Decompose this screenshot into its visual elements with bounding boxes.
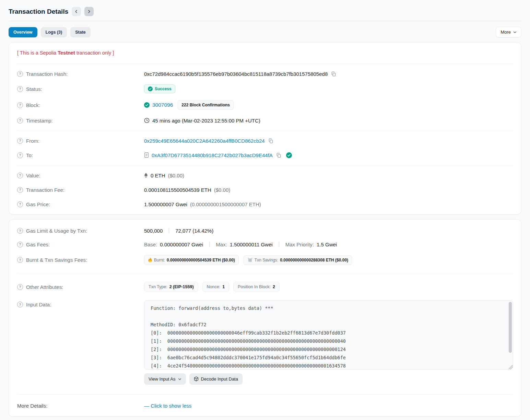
chevron-left-icon xyxy=(74,10,78,13)
divider xyxy=(17,165,513,165)
help-icon[interactable] xyxy=(17,302,23,307)
help-icon[interactable] xyxy=(17,187,23,193)
txn-savings-badge: Txn Savings: 0.000000000000288308 ETH ($… xyxy=(244,255,352,265)
gas-price-amount: 1.500000007 Gwei xyxy=(144,201,187,207)
next-transaction-button[interactable] xyxy=(84,7,94,16)
row-other-attributes: Other Attributes: Txn Type: 2 (EIP-1559)… xyxy=(17,278,513,295)
overview-card: [ This is a Sepolia Testnet transaction … xyxy=(9,42,521,214)
tab-logs[interactable]: Logs (3) xyxy=(41,27,67,37)
more-dropdown-button[interactable]: More xyxy=(496,27,521,37)
row-value: Value: 0 ETH ($0.00) xyxy=(17,168,513,183)
warning-prefix: [ This is a Sepolia xyxy=(17,50,58,56)
help-icon[interactable] xyxy=(17,118,23,124)
input-data-label: Input Data: xyxy=(26,302,51,307)
txn-savings-value: 0.000000000000288308 ETH ($0.00) xyxy=(280,258,348,262)
row-input-data: Input Data: Function: forward(address to… xyxy=(17,295,513,388)
base-fee-label: Base: xyxy=(144,242,157,247)
scrollbar-thumb[interactable] xyxy=(509,302,512,353)
show-less-link[interactable]: — Click to show less xyxy=(144,403,191,409)
input-data-actions: View Input As Decode Input Data xyxy=(144,373,513,385)
gas-fees-label: Gas Fees: xyxy=(26,242,50,247)
help-icon[interactable] xyxy=(17,152,23,158)
max-fee-label: Max: xyxy=(216,242,227,247)
position-in-block-label: Position In Block: xyxy=(238,284,271,289)
transaction-fee-usd: ($0.00) xyxy=(214,187,231,193)
txn-type-chip: Txn Type: 2 (EIP-1559) xyxy=(144,282,198,292)
max-priority-label: Max Priority: xyxy=(285,242,314,247)
row-from: From: 0x259c49E65644a020C2A642260a4ffB0C… xyxy=(17,133,513,148)
help-icon[interactable] xyxy=(17,138,23,144)
help-icon[interactable] xyxy=(17,201,23,207)
row-block: Block: 3007096 222 Block Confirmations xyxy=(17,97,513,113)
from-address-link[interactable]: 0x259c49E65644a020C2A642260a4ffB0CD862cb… xyxy=(144,138,265,144)
tab-list: Overview Logs (3) State xyxy=(9,27,496,37)
copy-from-address-button[interactable] xyxy=(268,138,274,143)
tab-state[interactable]: State xyxy=(70,27,91,37)
divider xyxy=(17,394,513,395)
status-label: Status: xyxy=(26,86,42,92)
view-input-as-button[interactable]: View Input As xyxy=(144,373,186,385)
input-data-container: Function: forward(address to,bytes data)… xyxy=(144,300,513,370)
copy-to-address-button[interactable] xyxy=(275,153,282,158)
transaction-hash-label: Transaction Hash: xyxy=(26,71,68,77)
to-address-link[interactable]: 0xA3f07D6773514480b918C2742b027b3acD9E44… xyxy=(152,152,273,158)
to-label: To: xyxy=(26,152,33,158)
resize-handle[interactable] xyxy=(509,365,513,369)
help-icon[interactable] xyxy=(17,242,23,247)
row-gas-limit: Gas Limit & Usage by Txn: 500,000 72,077… xyxy=(17,222,513,237)
burnt-label: Burnt: xyxy=(154,258,165,262)
help-icon[interactable] xyxy=(17,102,23,108)
value-label: Value: xyxy=(26,173,40,178)
help-icon[interactable] xyxy=(17,86,23,92)
copy-icon xyxy=(331,71,336,77)
chevron-down-icon xyxy=(513,31,517,34)
testnet-warning: [ This is a Sepolia Testnet transaction … xyxy=(17,45,513,61)
input-data-textarea[interactable]: Function: forward(address to,bytes data)… xyxy=(144,300,513,370)
gas-price-eth: (0.000000001500000007 ETH) xyxy=(190,201,261,207)
cube-icon xyxy=(194,376,199,382)
help-icon[interactable] xyxy=(17,284,23,290)
warning-emphasis: Testnet xyxy=(58,50,75,56)
divider xyxy=(209,242,210,247)
chevron-down-icon xyxy=(178,377,181,381)
transaction-fee-label: Transaction Fee: xyxy=(26,187,64,193)
row-timestamp: Timestamp: 45 mins ago (Mar-02-2023 12:5… xyxy=(17,113,513,128)
timestamp-value: 45 mins ago (Mar-02-2023 12:55:00 PM +UT… xyxy=(152,118,260,124)
gas-limit-value: 500,000 xyxy=(144,228,163,234)
divider xyxy=(17,63,513,64)
nonce-chip: Nonce: 1 xyxy=(202,282,229,292)
row-more-details: More Details: — Click to show less xyxy=(17,397,513,413)
help-icon[interactable] xyxy=(17,71,23,77)
gas-price-label: Gas Price: xyxy=(26,201,50,207)
nonce-label: Nonce: xyxy=(207,284,221,289)
row-transaction-hash: Transaction Hash: 0xc72d984ccac6190b5f13… xyxy=(17,67,513,81)
transaction-details-page: Transaction Details Overview Logs (3) St… xyxy=(0,0,530,417)
help-icon[interactable] xyxy=(17,257,23,263)
copy-transaction-hash-button[interactable] xyxy=(330,71,337,77)
value-usd: ($0.00) xyxy=(168,173,185,178)
status-text: Success xyxy=(155,86,172,91)
page-title: Transaction Details xyxy=(9,8,68,15)
row-burnt-fees: Burnt & Txn Savings Fees: Burnt: 0.00000… xyxy=(17,252,513,268)
timestamp-label: Timestamp: xyxy=(26,118,53,124)
row-to: To: 0xA3f07D6773514480b918C2742b027b3acD… xyxy=(17,148,513,162)
prev-transaction-button[interactable] xyxy=(72,7,81,16)
max-fee-value: 1.500000011 Gwei xyxy=(230,242,273,247)
decode-input-data-button[interactable]: Decode Input Data xyxy=(189,373,243,385)
divider xyxy=(169,228,169,233)
block-label: Block: xyxy=(26,102,40,108)
details-card: Gas Limit & Usage by Txn: 500,000 72,077… xyxy=(9,219,521,417)
help-icon[interactable] xyxy=(17,173,23,178)
decode-input-data-label: Decode Input Data xyxy=(201,376,238,382)
row-status: Status: Success xyxy=(17,81,513,97)
block-number-link[interactable]: 3007096 xyxy=(152,102,173,108)
contract-icon xyxy=(144,152,149,158)
txn-type-value: 2 (EIP-1559) xyxy=(169,284,194,289)
help-icon[interactable] xyxy=(17,228,23,234)
other-attributes-label: Other Attributes: xyxy=(26,284,63,290)
gas-usage-value: 72,077 (14.42%) xyxy=(175,228,213,234)
from-label: From: xyxy=(26,138,39,144)
clock-icon xyxy=(144,118,150,123)
view-input-as-label: View Input As xyxy=(149,376,176,382)
tab-overview[interactable]: Overview xyxy=(9,27,37,37)
